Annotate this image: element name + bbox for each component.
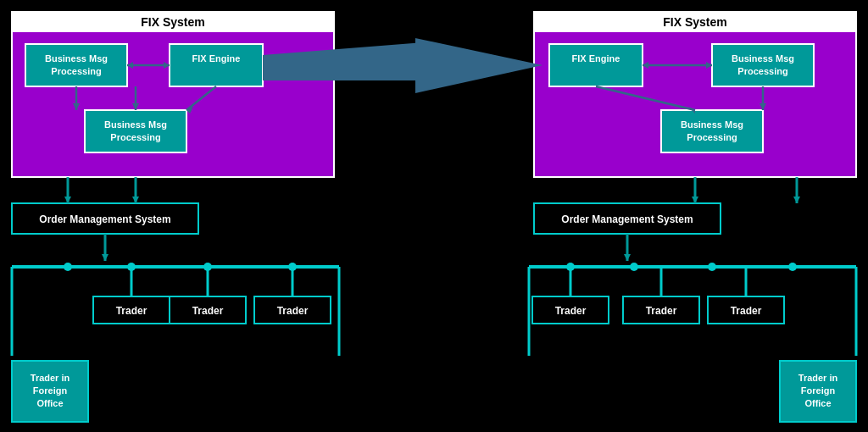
- svg-rect-1: [12, 12, 334, 32]
- svg-rect-83: [532, 296, 609, 324]
- svg-text:Office: Office: [36, 398, 63, 408]
- svg-marker-17: [132, 103, 139, 110]
- diagram-container: FIX System Business Msg Processing FIX E…: [0, 0, 868, 432]
- svg-point-58: [64, 263, 72, 271]
- svg-marker-12: [164, 62, 170, 69]
- svg-marker-19: [73, 103, 80, 110]
- svg-point-66: [788, 263, 797, 271]
- svg-text:FIX System: FIX System: [141, 15, 204, 29]
- svg-rect-79: [170, 296, 246, 324]
- svg-text:FIX Engine: FIX Engine: [572, 53, 620, 64]
- svg-text:FIX Engine: FIX Engine: [192, 53, 241, 64]
- svg-rect-85: [623, 296, 699, 324]
- svg-line-34: [596, 86, 695, 110]
- svg-rect-77: [93, 296, 170, 324]
- svg-point-60: [203, 263, 212, 271]
- svg-marker-37: [760, 103, 766, 110]
- svg-rect-20: [534, 12, 856, 177]
- svg-marker-54: [102, 254, 108, 261]
- svg-marker-32: [706, 62, 712, 69]
- svg-marker-40: [415, 38, 542, 93]
- svg-text:Trader: Trader: [555, 305, 587, 317]
- svg-marker-15: [186, 107, 193, 114]
- svg-text:Business Msg: Business Msg: [681, 119, 743, 130]
- svg-rect-6: [170, 44, 263, 86]
- svg-rect-21: [534, 12, 856, 32]
- svg-marker-13: [127, 62, 133, 69]
- svg-point-63: [566, 263, 575, 271]
- svg-marker-56: [624, 254, 631, 261]
- svg-text:Processing: Processing: [110, 132, 160, 142]
- svg-marker-48: [132, 197, 139, 203]
- svg-rect-3: [25, 44, 127, 86]
- arrows-svg: FIX System Business Msg Processing FIX E…: [0, 0, 868, 432]
- svg-text:Office: Office: [804, 398, 831, 408]
- svg-text:Trader: Trader: [277, 305, 309, 317]
- svg-text:Processing: Processing: [51, 66, 101, 76]
- svg-point-59: [127, 263, 136, 271]
- svg-text:Foreign: Foreign: [801, 385, 836, 396]
- svg-rect-0: [12, 12, 334, 177]
- svg-rect-41: [12, 203, 198, 234]
- svg-point-64: [630, 263, 638, 271]
- svg-text:Trader: Trader: [192, 305, 224, 317]
- svg-text:Foreign: Foreign: [33, 385, 68, 396]
- svg-rect-23: [549, 44, 643, 86]
- svg-marker-50: [692, 197, 698, 203]
- svg-rect-89: [12, 361, 88, 422]
- svg-text:Trader in: Trader in: [798, 373, 838, 383]
- svg-point-61: [288, 263, 297, 271]
- svg-text:Business Msg: Business Msg: [104, 119, 167, 130]
- svg-text:Trader in: Trader in: [31, 373, 70, 383]
- svg-rect-28: [661, 110, 763, 152]
- svg-line-14: [186, 86, 216, 110]
- svg-text:Trader: Trader: [646, 305, 677, 317]
- svg-text:FIX System: FIX System: [663, 15, 726, 29]
- svg-text:Processing: Processing: [687, 132, 737, 142]
- svg-marker-52: [793, 197, 800, 203]
- svg-rect-87: [708, 296, 784, 324]
- svg-rect-8: [85, 110, 186, 152]
- svg-rect-39: [263, 55, 415, 80]
- svg-text:Order Management System: Order Management System: [561, 213, 693, 225]
- svg-point-65: [708, 263, 716, 271]
- svg-marker-35: [688, 107, 695, 114]
- svg-rect-25: [712, 44, 814, 86]
- svg-text:Business Msg: Business Msg: [45, 53, 108, 64]
- svg-rect-43: [534, 203, 721, 234]
- svg-text:Trader: Trader: [731, 305, 762, 317]
- svg-rect-81: [254, 296, 331, 324]
- svg-text:Order Management System: Order Management System: [39, 213, 170, 225]
- svg-rect-93: [780, 361, 856, 422]
- svg-text:Business Msg: Business Msg: [732, 53, 794, 64]
- svg-marker-46: [64, 197, 71, 203]
- svg-text:Trader: Trader: [116, 305, 147, 317]
- svg-marker-33: [643, 62, 648, 69]
- svg-text:Processing: Processing: [737, 66, 787, 76]
- svg-marker-38: [263, 42, 424, 76]
